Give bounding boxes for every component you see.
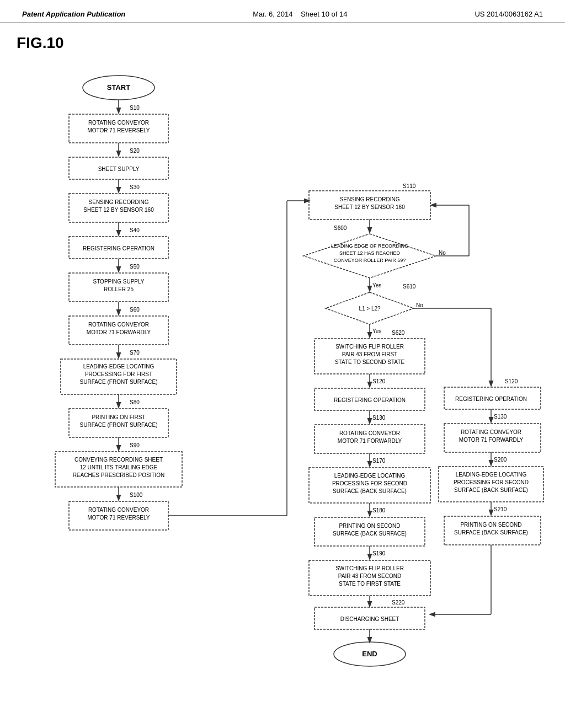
svg-text:S50: S50 [130, 264, 140, 270]
svg-text:SENSING RECORDING: SENSING RECORDING [89, 199, 149, 205]
svg-text:No: No [416, 302, 423, 308]
svg-text:SHEET 12 HAS REACHED: SHEET 12 HAS REACHED [339, 250, 400, 256]
svg-text:S20: S20 [130, 148, 140, 154]
svg-text:MOTOR 71 FORWARDLY: MOTOR 71 FORWARDLY [459, 437, 524, 443]
svg-text:S620: S620 [392, 330, 405, 336]
svg-text:PROCESSING FOR FIRST: PROCESSING FOR FIRST [85, 371, 152, 377]
svg-text:S180: S180 [372, 507, 386, 513]
svg-text:SHEET 12 BY SENSOR 160: SHEET 12 BY SENSOR 160 [83, 207, 154, 213]
diagram-area: FIG.10 START S10 ROTATING CONVEYOR MOTOR… [0, 23, 565, 719]
header-patent-number: US 2014/0063162 A1 [475, 10, 543, 18]
svg-text:PRINTING ON SECOND: PRINTING ON SECOND [460, 522, 521, 528]
flowchart-svg: START S10 ROTATING CONVEYOR MOTOR 71 REV… [17, 57, 546, 708]
svg-text:S220: S220 [392, 599, 405, 606]
svg-text:S120: S120 [372, 378, 386, 384]
svg-text:SENSING RECORDING: SENSING RECORDING [340, 196, 400, 202]
svg-text:12 UNTIL ITS TRAILING EDGE: 12 UNTIL ITS TRAILING EDGE [80, 464, 158, 470]
svg-text:SURFACE (FRONT SURFACE): SURFACE (FRONT SURFACE) [80, 379, 158, 385]
svg-text:S190: S190 [372, 550, 386, 556]
svg-text:CONVEYOR ROLLER PAIR 59?: CONVEYOR ROLLER PAIR 59? [334, 258, 406, 263]
svg-text:ROTATING CONVEYOR: ROTATING CONVEYOR [88, 322, 149, 328]
svg-text:SURFACE (BACK SURFACE): SURFACE (BACK SURFACE) [454, 487, 528, 493]
page-header: Patent Application Publication Mar. 6, 2… [0, 0, 565, 23]
svg-text:S200: S200 [494, 457, 507, 463]
svg-text:SWITCHING FLIP ROLLER: SWITCHING FLIP ROLLER [335, 344, 404, 350]
svg-text:PAIR 43 FROM FIRST: PAIR 43 FROM FIRST [342, 351, 397, 357]
svg-text:REACHES PRESCRIBED POSITION: REACHES PRESCRIBED POSITION [73, 472, 165, 478]
svg-text:MOTOR 71 REVERSELY: MOTOR 71 REVERSELY [88, 127, 150, 133]
svg-text:L1 > L2?: L1 > L2? [359, 306, 381, 312]
svg-text:REGISTERING OPERATION: REGISTERING OPERATION [83, 245, 154, 251]
svg-text:S40: S40 [130, 227, 140, 233]
svg-text:ROLLER 25: ROLLER 25 [104, 286, 134, 292]
svg-text:PROCESSING FOR SECOND: PROCESSING FOR SECOND [332, 480, 407, 486]
svg-text:PROCESSING FOR SECOND: PROCESSING FOR SECOND [454, 479, 529, 485]
svg-text:ROTATING CONVEYOR: ROTATING CONVEYOR [461, 429, 521, 435]
svg-text:MOTOR 71 REVERSELY: MOTOR 71 REVERSELY [88, 515, 150, 521]
svg-text:SURFACE (BACK SURFACE): SURFACE (BACK SURFACE) [454, 529, 528, 536]
svg-text:S610: S610 [403, 283, 416, 290]
svg-text:STOPPING SUPPLY: STOPPING SUPPLY [93, 279, 145, 285]
svg-text:ROTATING CONVEYOR: ROTATING CONVEYOR [88, 120, 149, 126]
svg-text:S30: S30 [130, 184, 140, 190]
figure-label: FIG.10 [17, 34, 548, 52]
svg-text:LEADING EDGE OF RECORDING: LEADING EDGE OF RECORDING [331, 243, 408, 249]
svg-marker-61 [303, 234, 436, 278]
svg-text:DISCHARGING SHEET: DISCHARGING SHEET [340, 616, 399, 622]
svg-text:MOTOR 71 FORWARDLY: MOTOR 71 FORWARDLY [338, 438, 402, 444]
svg-text:Yes: Yes [372, 282, 381, 288]
svg-text:SHEET SUPPLY: SHEET SUPPLY [98, 166, 140, 172]
svg-text:No: No [439, 250, 446, 256]
svg-text:END: END [362, 650, 377, 658]
svg-text:MOTOR 71 FORWARDLY: MOTOR 71 FORWARDLY [87, 329, 151, 335]
svg-text:S120: S120 [505, 378, 518, 384]
svg-text:S80: S80 [130, 399, 140, 405]
svg-text:LEADING-EDGE LOCATING: LEADING-EDGE LOCATING [83, 363, 154, 370]
svg-text:S100: S100 [130, 492, 143, 498]
svg-text:Yes: Yes [372, 328, 381, 334]
svg-text:S60: S60 [130, 307, 140, 313]
svg-text:SURFACE (BACK SURFACE): SURFACE (BACK SURFACE) [333, 488, 407, 494]
svg-text:PRINTING ON FIRST: PRINTING ON FIRST [92, 414, 145, 420]
svg-text:CONVEYING RECORDING SHEET: CONVEYING RECORDING SHEET [74, 457, 163, 463]
svg-text:S70: S70 [130, 350, 140, 356]
svg-text:SURFACE (BACK SURFACE): SURFACE (BACK SURFACE) [333, 531, 407, 537]
svg-text:S90: S90 [130, 442, 140, 448]
svg-text:SURFACE (FRONT SURFACE): SURFACE (FRONT SURFACE) [80, 422, 158, 428]
svg-text:PAIR 43 FROM SECOND: PAIR 43 FROM SECOND [338, 573, 401, 579]
svg-text:STATE TO SECOND STATE: STATE TO SECOND STATE [335, 359, 404, 365]
svg-text:STATE TO FIRST STATE: STATE TO FIRST STATE [339, 581, 401, 587]
svg-text:LEADING-EDGE LOCATING: LEADING-EDGE LOCATING [334, 473, 406, 479]
svg-text:S210: S210 [494, 506, 507, 512]
svg-text:REGISTERING OPERATION: REGISTERING OPERATION [334, 397, 406, 403]
svg-text:S130: S130 [372, 415, 386, 421]
svg-text:ROTATING CONVEYOR: ROTATING CONVEYOR [88, 507, 149, 513]
svg-text:S110: S110 [403, 183, 416, 189]
svg-text:ROTATING CONVEYOR: ROTATING CONVEYOR [339, 430, 400, 436]
svg-text:REGISTERING OPERATION: REGISTERING OPERATION [455, 396, 527, 402]
svg-text:S170: S170 [372, 458, 386, 464]
svg-text:SHEET 12 BY SENSOR 160: SHEET 12 BY SENSOR 160 [334, 204, 405, 210]
svg-text:S130: S130 [494, 414, 507, 420]
header-date-sheet: Mar. 6, 2014 Sheet 10 of 14 [253, 10, 347, 18]
svg-text:PRINTING ON SECOND: PRINTING ON SECOND [339, 523, 400, 529]
svg-text:SWITCHING FLIP ROLLER: SWITCHING FLIP ROLLER [335, 565, 404, 571]
svg-text:LEADING-EDGE LOCATING: LEADING-EDGE LOCATING [456, 472, 527, 478]
svg-text:S600: S600 [334, 225, 347, 231]
header-publication: Patent Application Publication [22, 10, 125, 18]
svg-text:START: START [107, 83, 130, 92]
svg-text:S10: S10 [130, 105, 140, 111]
flowchart: START S10 ROTATING CONVEYOR MOTOR 71 REV… [17, 57, 546, 708]
